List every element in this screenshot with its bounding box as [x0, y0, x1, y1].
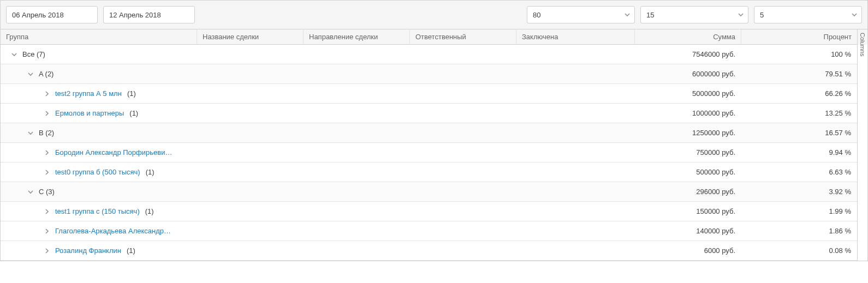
col-header-pct[interactable]: Процент [741, 29, 857, 44]
record-link[interactable]: test1 группа с (150 тысяч) [55, 207, 140, 215]
columns-toggle[interactable]: Columns [857, 29, 867, 45]
record-link[interactable]: Бородин Александр Порфирьеви… [55, 148, 172, 156]
table-row[interactable]: test1 группа с (150 тысяч) (1)150000 руб… [1, 202, 857, 221]
tree-cell: Глаголева-Аркадьева Александр… [1, 221, 197, 240]
pct-cell: 100 % [741, 45, 857, 64]
chevron-right-icon[interactable] [43, 227, 51, 235]
record-link[interactable]: Розалинд Франклин [55, 246, 121, 255]
chevron-down-icon[interactable] [27, 70, 34, 78]
chevron-right-icon[interactable] [43, 168, 51, 176]
combo-15-trigger[interactable] [734, 7, 748, 23]
chevron-down-icon[interactable] [27, 188, 34, 196]
tree-cell: Все (7) [1, 45, 197, 64]
cell [410, 84, 516, 103]
record-count: (1) [146, 168, 154, 176]
tree-cell: test1 группа с (150 тысяч) (1) [1, 202, 197, 221]
cell [304, 123, 410, 142]
table-row[interactable]: Ермолов и партнеры (1)1000000 руб.13.25 … [1, 104, 857, 123]
table-row[interactable]: B (2)1250000 руб.16.57 % [1, 123, 857, 143]
cell [516, 241, 635, 260]
date-to-input[interactable] [103, 6, 195, 23]
chevron-down-icon[interactable] [27, 129, 34, 137]
cell [197, 162, 304, 182]
table-row[interactable]: A (2)6000000 руб.79.51 % [1, 64, 857, 84]
cell [516, 104, 635, 123]
table-row[interactable]: test2 группа А 5 млн (1)5000000 руб.66.2… [1, 84, 857, 104]
chevron-right-icon[interactable] [43, 110, 51, 117]
combo-15[interactable] [640, 6, 748, 23]
combo-5-trigger[interactable] [847, 7, 861, 23]
cell [516, 221, 635, 240]
combo-80-input[interactable] [527, 6, 635, 23]
tree-cell: Бородин Александр Порфирьеви… [1, 143, 197, 162]
cell [516, 84, 635, 103]
tree-cell: A (2) [1, 64, 197, 83]
grid: Группа Название сделки Направление сделк… [1, 29, 867, 261]
cell [304, 45, 410, 64]
col-header-sum[interactable]: Сумма [635, 29, 741, 44]
col-header-resp[interactable]: Ответственный [410, 29, 516, 44]
cell [304, 104, 410, 123]
cell [410, 241, 516, 260]
combo-5-input[interactable] [754, 6, 862, 23]
pct-cell: 3.92 % [741, 182, 857, 201]
table-row[interactable]: Глаголева-Аркадьева Александр…140000 руб… [1, 221, 857, 241]
chevron-right-icon[interactable] [43, 247, 51, 255]
combo-15-input[interactable] [640, 6, 748, 23]
pct-cell: 1.99 % [741, 202, 857, 221]
sum-cell: 500000 руб. [635, 162, 741, 182]
sum-cell: 296000 руб. [635, 182, 741, 201]
cell [304, 202, 410, 221]
sum-cell: 1000000 руб. [635, 104, 741, 123]
chevron-down-icon[interactable] [10, 51, 18, 58]
tree-cell: C (3) [1, 182, 197, 201]
pct-cell: 13.25 % [741, 104, 857, 123]
cell [304, 162, 410, 182]
cell [197, 241, 304, 260]
table-row[interactable]: C (3)296000 руб.3.92 % [1, 182, 857, 202]
grid-rows: Все (7)7546000 руб.100 %A (2)6000000 руб… [1, 45, 857, 261]
sum-cell: 150000 руб. [635, 202, 741, 221]
pct-cell: 9.94 % [741, 143, 857, 162]
pct-cell: 79.51 % [741, 64, 857, 83]
table-row[interactable]: test0 группа б (500 тысяч) (1)500000 руб… [1, 162, 857, 182]
cell [410, 64, 516, 83]
table-row[interactable]: Розалинд Франклин (1)6000 руб.0.08 % [1, 241, 857, 261]
sum-cell: 7546000 руб. [635, 45, 741, 64]
tree-cell: Ермолов и партнеры (1) [1, 104, 197, 123]
record-link[interactable]: Ермолов и партнеры [55, 109, 124, 117]
cell [516, 123, 635, 142]
table-row[interactable]: Все (7)7546000 руб.100 % [1, 45, 857, 64]
record-link[interactable]: test0 группа б (500 тысяч) [55, 168, 140, 176]
tree-cell: B (2) [1, 123, 197, 142]
chevron-right-icon[interactable] [43, 208, 51, 215]
cell [304, 221, 410, 240]
combo-80[interactable] [527, 6, 635, 23]
cell [304, 182, 410, 201]
col-header-dir[interactable]: Направление сделки [304, 29, 410, 44]
col-header-name[interactable]: Название сделки [197, 29, 304, 44]
combo-5[interactable] [754, 6, 862, 23]
cell [410, 221, 516, 240]
date-from-input[interactable] [6, 6, 98, 23]
group-label: Все (7) [22, 50, 45, 58]
table-row[interactable]: Бородин Александр Порфирьеви…750000 руб.… [1, 143, 857, 162]
cell [197, 143, 304, 162]
record-link[interactable]: test2 группа А 5 млн [55, 89, 122, 98]
col-header-closed[interactable]: Заключена [516, 29, 635, 44]
sum-cell: 140000 руб. [635, 221, 741, 240]
group-label: C (3) [39, 188, 55, 196]
cell [410, 104, 516, 123]
cell [197, 84, 304, 103]
col-header-group[interactable]: Группа [1, 29, 197, 44]
cell [516, 45, 635, 64]
pct-cell: 0.08 % [741, 241, 857, 260]
record-link[interactable]: Глаголева-Аркадьева Александр… [55, 227, 171, 235]
chevron-right-icon[interactable] [43, 90, 51, 98]
combo-80-trigger[interactable] [620, 7, 634, 23]
chevron-right-icon[interactable] [43, 149, 51, 156]
record-count: (1) [127, 246, 135, 255]
record-count: (1) [127, 89, 136, 98]
cell [197, 202, 304, 221]
record-count: (1) [145, 207, 154, 215]
